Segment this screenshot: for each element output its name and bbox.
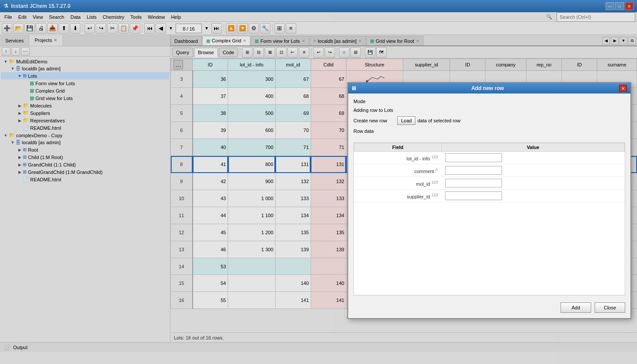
modal-overlay: ⊞ Add new row ✕ Mode Adding row to Lots … [0,0,637,352]
row-data-panel: Field Value lot_id - info 123 comment A … [353,142,625,295]
field-value-row: lot_id - info 123 [354,152,625,164]
dialog-rowdata-label: Row data [353,128,397,134]
dialog-body: Mode Adding row to Lots Create new row L… [348,94,630,142]
dialog-buttons: Add Close [348,299,630,318]
field-name-cell: lot_id - info 123 [354,152,442,164]
dialog-create-label: Create new row [353,118,397,123]
field-value-cell[interactable] [442,164,625,177]
dialog-create-row: Create new row Load data of selected row [353,116,625,125]
dialog-close-button[interactable]: ✕ [619,85,627,92]
field-value-input-0[interactable] [445,153,502,162]
field-name-cell: supplier_id 123 [354,190,442,202]
dialog-mode-label: Mode [353,99,397,104]
field-name-cell: comment A [354,164,442,177]
add-row-dialog: ⊞ Add new row ✕ Mode Adding row to Lots … [347,82,631,319]
field-value-input-2[interactable] [445,179,502,187]
field-value-cell[interactable] [442,152,625,164]
dialog-mode-value: Adding row to Lots [353,107,393,113]
field-value-row: comment A [354,164,625,177]
field-value-row: mol_id 123 [354,177,625,190]
field-value-table: Field Value lot_id - info 123 comment A … [354,143,625,202]
dialog-title: Add new row [471,85,504,91]
fv-header-value: Value [442,143,625,152]
dialog-load-suffix: data of selected row [417,118,460,123]
dialog-rowdata-label-row: Row data [353,128,625,134]
dialog-titlebar: ⊞ Add new row ✕ [348,83,630,94]
dialog-mode-row: Mode [353,99,625,104]
dialog-close-btn[interactable]: Close [595,302,625,313]
field-value-input-3[interactable] [445,191,502,200]
field-name-cell: mol_id 123 [354,177,442,190]
field-value-cell[interactable] [442,177,625,190]
dialog-mode-value-row: Adding row to Lots [353,107,625,113]
field-value-input-1[interactable] [445,166,502,175]
field-value-row: supplier_id 123 [354,190,625,202]
dialog-title-icon: ⊞ [352,85,356,91]
fv-header-field: Field [354,143,442,152]
dialog-load-button[interactable]: Load [397,116,415,125]
dialog-add-button[interactable]: Add [561,302,591,313]
field-value-cell[interactable] [442,190,625,202]
